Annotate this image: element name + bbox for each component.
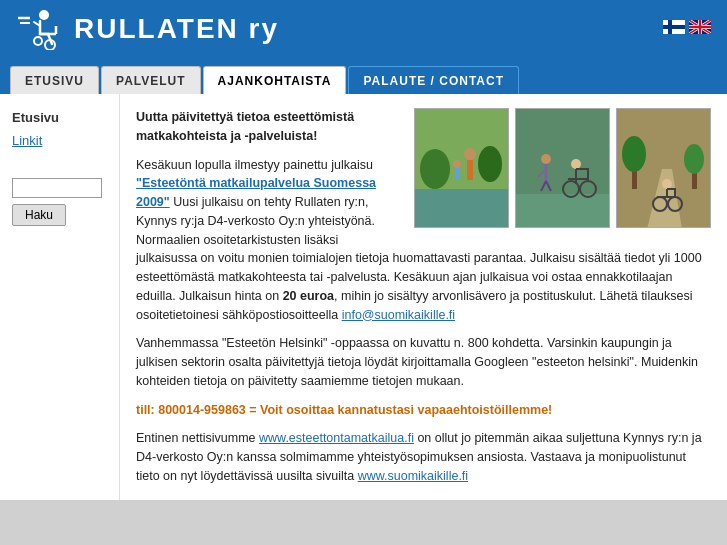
svg-rect-16 — [455, 168, 459, 180]
svg-rect-18 — [516, 194, 610, 228]
tell-line: till: 800014-959863 = Voit osoittaa kann… — [136, 401, 711, 420]
svg-point-4 — [34, 37, 42, 45]
price-bold: 20 euroa — [283, 289, 334, 303]
svg-point-15 — [453, 160, 461, 168]
svg-rect-10 — [415, 189, 509, 228]
search-button[interactable]: Haku — [12, 204, 66, 226]
images-row — [414, 108, 711, 228]
sidebar-item-etusivu[interactable]: Etusivu — [12, 110, 107, 125]
svg-point-11 — [420, 149, 450, 189]
tab-etusivu[interactable]: ETUSIVU — [10, 66, 99, 94]
svg-point-22 — [541, 154, 551, 164]
content-image-3 — [616, 108, 711, 228]
bottom-link2[interactable]: www.suomikaikille.fi — [358, 469, 468, 483]
sidebar: Etusivu Linkit Haku — [0, 94, 120, 500]
svg-point-13 — [464, 148, 476, 160]
page-wrapper: RULLATEN ry — [0, 0, 727, 500]
bottom-link1[interactable]: www.esteettontamatkailua.fi — [259, 431, 414, 445]
para2-text: Vanhemmassa "Esteetön Helsinki" -oppaass… — [136, 336, 698, 388]
para1-start: Kesäkuun lopulla ilmestyy painettu julka… — [136, 158, 373, 172]
paragraph-2: Vanhemmassa "Esteetön Helsinki" -oppaass… — [136, 334, 711, 390]
bottom-section: Entinen nettisivumme www.esteettontamatk… — [136, 429, 711, 485]
email-link[interactable]: info@suomikaikille.fi — [342, 308, 455, 322]
nav-tabs: ETUSIVU PALVELUT AJANKOHTAISTA PALAUTE /… — [10, 66, 521, 94]
svg-point-32 — [662, 179, 672, 189]
svg-point-12 — [478, 146, 502, 182]
svg-rect-14 — [467, 160, 473, 180]
nav-bar: ETUSIVU PALVELUT AJANKOHTAISTA PALAUTE /… — [0, 58, 727, 94]
tab-ajankohtaista[interactable]: AJANKOHTAISTA — [203, 66, 347, 94]
svg-point-29 — [622, 136, 646, 172]
svg-point-2 — [39, 10, 49, 20]
svg-point-19 — [571, 159, 581, 169]
content-headline: Uutta päivitettyä tietoa esteettömistä m… — [136, 110, 354, 143]
bottom-start: Entinen nettisivumme — [136, 431, 259, 445]
tab-contact[interactable]: PALAUTE / CONTACT — [348, 66, 519, 94]
content-image-1 — [414, 108, 509, 228]
flag-icons — [663, 20, 711, 34]
sidebar-item-linkit[interactable]: Linkit — [12, 133, 107, 148]
main-area: Etusivu Linkit Haku — [0, 94, 727, 500]
header: RULLATEN ry — [0, 0, 727, 58]
logo-icon — [16, 8, 64, 50]
svg-rect-7 — [668, 20, 672, 34]
flag-fi — [663, 20, 685, 34]
site-title: RULLATEN ry — [74, 13, 279, 45]
content-area: Uutta päivitettyä tietoa esteettömistä m… — [120, 94, 727, 500]
svg-point-31 — [684, 144, 704, 174]
content-image-2 — [515, 108, 610, 228]
svg-rect-6 — [663, 25, 685, 29]
tab-palvelut[interactable]: PALVELUT — [101, 66, 201, 94]
search-input[interactable] — [12, 178, 102, 198]
flag-uk — [689, 20, 711, 34]
